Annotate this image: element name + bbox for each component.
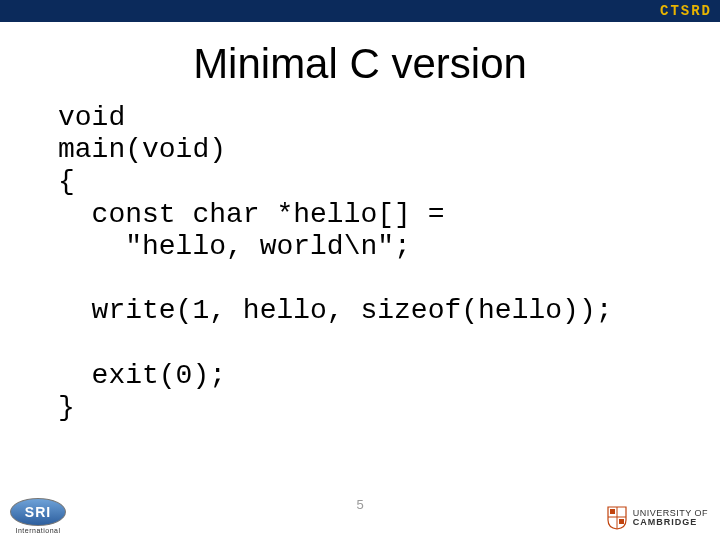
top-bar: CTSRD [0,0,720,22]
footer: SRI International UNIVERSITY OF CAMBRIDG… [0,494,720,540]
cambridge-line2: CAMBRIDGE [633,518,708,527]
slide-title: Minimal C version [0,40,720,88]
code-block: void main(void) { const char *hello[] = … [0,102,720,424]
cambridge-shield-icon [607,506,627,530]
svg-rect-2 [610,509,615,514]
topbar-project-label: CTSRD [660,0,712,22]
sri-logo-text: SRI [25,504,51,520]
svg-rect-3 [619,519,624,524]
sri-logo-subtext: International [15,527,60,534]
cambridge-logo: UNIVERSITY OF CAMBRIDGE [607,506,708,530]
cambridge-logo-text: UNIVERSITY OF CAMBRIDGE [633,509,708,527]
sri-logo-oval: SRI [10,498,66,526]
sri-logo: SRI International [10,498,66,534]
